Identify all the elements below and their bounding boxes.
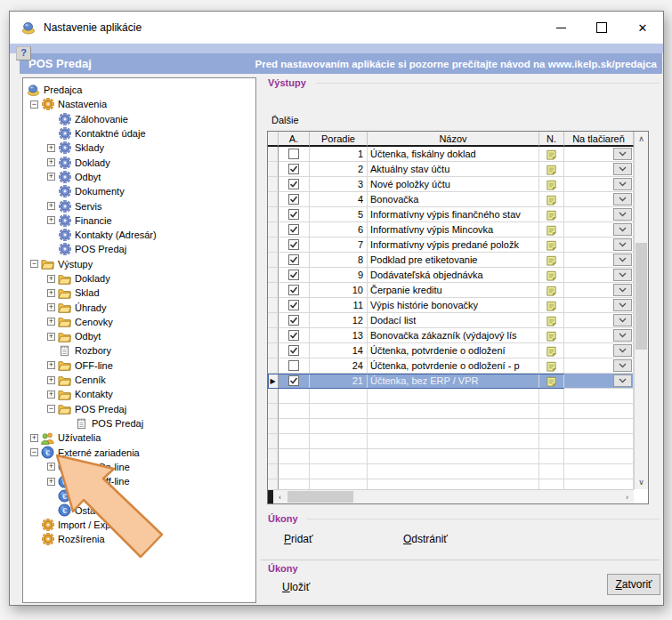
expand-icon[interactable]: + (47, 318, 55, 326)
printer-dropdown[interactable] (613, 314, 632, 326)
active-checkbox[interactable] (288, 164, 299, 174)
expand-icon[interactable]: + (47, 376, 55, 384)
active-checkbox[interactable] (288, 179, 299, 189)
close-button[interactable]: ✕ (622, 12, 663, 44)
printer-dropdown[interactable] (613, 208, 632, 221)
printer-dropdown[interactable] (613, 223, 632, 236)
printer-dropdown[interactable] (613, 284, 632, 296)
horizontal-scrollbar[interactable]: ‹ › (268, 489, 634, 503)
tree-item-sklad[interactable]: +Sklad (47, 286, 255, 300)
expand-icon[interactable]: + (47, 173, 55, 181)
expand-icon[interactable]: + (47, 216, 55, 224)
table-row[interactable]: 2Aktuálny stav účtu (268, 162, 634, 177)
active-checkbox[interactable] (288, 375, 299, 386)
tree-item-uhrady[interactable]: +Úhrady (47, 300, 255, 314)
tree-item-odbyt[interactable]: +Odbyt (47, 329, 255, 343)
add-button[interactable]: Pridať (284, 533, 313, 545)
table-row[interactable]: 4Bonovačka (268, 192, 634, 207)
table-row[interactable]: 5Informatívny výpis finančného stav (268, 207, 634, 222)
collapse-icon[interactable]: − (30, 448, 38, 456)
printer-dropdown[interactable] (613, 238, 632, 251)
tree-item-servis[interactable]: +Servis (47, 198, 255, 213)
close-dialog-button[interactable]: Zatvoriť (607, 574, 660, 595)
printer-dropdown[interactable] (613, 254, 632, 266)
expand-icon[interactable]: + (47, 333, 55, 341)
tree-item-kontakty-adresar[interactable]: Kontakty (Adresár) (47, 228, 255, 242)
tree-item-pos-on-line[interactable]: +€POS On-line (47, 460, 255, 474)
tree-item-zalohovanie[interactable]: Zálohovanie (47, 112, 255, 126)
active-checkbox[interactable] (288, 270, 299, 280)
expand-icon[interactable]: + (47, 289, 55, 297)
remove-button[interactable]: Odstrániť (403, 533, 448, 545)
tree-item-financie[interactable]: +Financie (47, 213, 255, 228)
tree-item-odbyt[interactable]: +Odbyt (47, 170, 255, 184)
active-checkbox[interactable] (288, 315, 299, 326)
active-checkbox[interactable] (288, 239, 299, 250)
tree-item-pos-off-line[interactable]: +€POS Off-line (47, 474, 255, 488)
table-row[interactable]: 24Účtenka, potvrdenie o odložení - p (268, 358, 634, 374)
expand-icon[interactable]: + (47, 478, 55, 486)
tree-item-cennik[interactable]: +Cenník (47, 373, 255, 387)
active-checkbox[interactable] (288, 345, 299, 356)
tree-item-rozbory[interactable]: Rozbory (47, 343, 255, 358)
table-row[interactable]: 3Nové položky účtu (268, 177, 634, 192)
help-button[interactable]: ? (16, 46, 31, 60)
printer-dropdown[interactable] (613, 344, 632, 357)
tree-item-off-line[interactable]: +OFF-line (47, 358, 255, 373)
printer-dropdown[interactable] (613, 374, 632, 387)
table-row[interactable]: 8Podklad pre etiketovanie (268, 253, 634, 268)
tree-item-predajca[interactable]: Predajca (27, 83, 255, 97)
active-checkbox[interactable] (288, 300, 299, 310)
collapse-icon[interactable]: − (47, 405, 55, 413)
scroll-left-icon[interactable]: ‹ (273, 490, 287, 503)
active-checkbox[interactable] (288, 254, 299, 265)
tree-item-import-export[interactable]: Import / Export (30, 518, 255, 532)
table-row[interactable]: 14Účtenka, potvrdenie o odložení (268, 343, 634, 358)
tree-item-sklady[interactable]: +Sklady (47, 141, 255, 155)
table-row[interactable]: 13Bonovačka zákazník (výdajový lís (268, 328, 634, 343)
expand-icon[interactable]: + (47, 158, 55, 166)
expand-icon[interactable]: + (47, 391, 55, 399)
printer-dropdown[interactable] (613, 178, 632, 190)
tree-item-ostatne[interactable]: €Ostatné (47, 503, 255, 518)
expand-icon[interactable]: + (47, 202, 55, 210)
tree-item-pos-predaj[interactable]: −POS Predaj (47, 402, 255, 416)
expand-icon[interactable]: + (47, 275, 55, 283)
table-row[interactable]: 11Výpis histórie bonovačky (268, 298, 634, 313)
hscroll-thumb[interactable] (287, 491, 353, 503)
collapse-icon[interactable]: − (30, 260, 38, 268)
scroll-up-icon[interactable]: ∧ (635, 132, 648, 146)
scroll-right-icon[interactable]: › (620, 490, 634, 503)
printer-dropdown[interactable] (613, 163, 632, 175)
tree-item-cenovky[interactable]: +Cenovky (47, 315, 255, 329)
expand-icon[interactable]: + (47, 303, 55, 311)
tree-item-rozsirenia[interactable]: Rozšírenia (30, 532, 255, 546)
printer-dropdown[interactable] (613, 299, 632, 311)
maximize-button[interactable] (581, 12, 622, 44)
table-row[interactable]: 7Informatívny výpis predané položk (268, 238, 634, 253)
active-checkbox[interactable] (288, 285, 299, 295)
table-row[interactable]: ▶21Účtenka, bez ERP / VPR (268, 374, 634, 389)
tree-item-dokumenty[interactable]: Dokumenty (47, 184, 255, 198)
expand-icon[interactable]: + (47, 144, 55, 152)
vertical-scrollbar[interactable]: ∧ ∨ (634, 132, 648, 489)
active-checkbox[interactable] (288, 330, 299, 341)
tree-item-kontaktne-udaje[interactable]: Kontaktné údaje (47, 126, 255, 141)
printer-dropdown[interactable] (613, 329, 632, 342)
table-row[interactable]: 10Čerpanie kreditu (268, 283, 634, 298)
table-row[interactable]: 12Dodací list (268, 313, 634, 328)
printer-dropdown[interactable] (613, 359, 632, 372)
tree-item-pos-predaj[interactable]: POS Predaj (47, 242, 255, 256)
tree-item-nastavenia[interactable]: −Nastavenia (30, 97, 255, 111)
expand-icon[interactable]: + (47, 361, 55, 369)
table-row[interactable]: 9Dodávateľská objednávka (268, 268, 634, 283)
printer-dropdown[interactable] (613, 269, 632, 281)
tree-item-vahy[interactable]: €Váhy (47, 488, 255, 503)
table-row[interactable]: 1Účtenka, fiskálny doklad (268, 147, 634, 162)
active-checkbox[interactable] (288, 224, 299, 235)
collapse-icon[interactable]: − (30, 101, 38, 109)
expand-icon[interactable]: + (30, 434, 38, 442)
tree-item-pos-predaj[interactable]: POS Predaj (64, 416, 255, 431)
printer-dropdown[interactable] (613, 148, 632, 160)
tree-item-doklady[interactable]: +Doklady (47, 155, 255, 169)
